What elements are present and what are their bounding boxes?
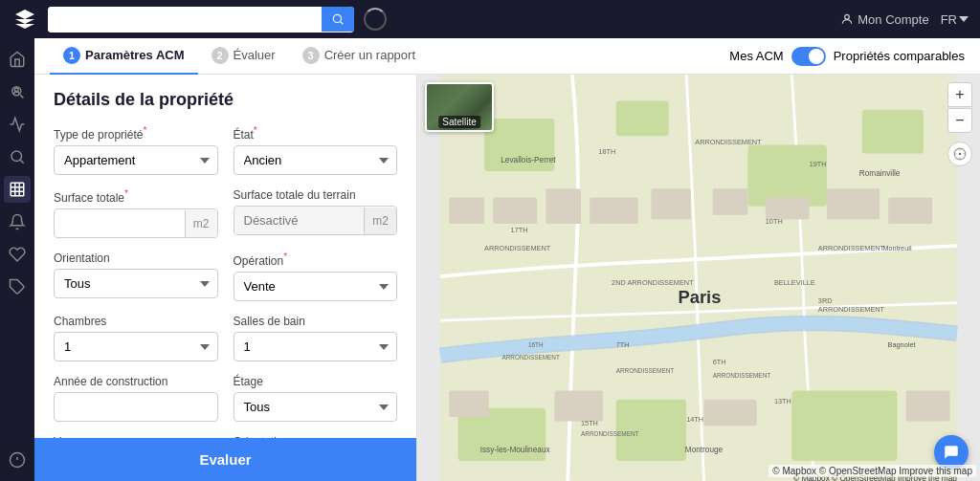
- content-area: Détails de la propriété Type de propriét…: [34, 75, 980, 481]
- surface-unit: m2: [185, 210, 217, 237]
- account-link[interactable]: Mon Compte: [840, 12, 928, 27]
- salles-bain-select[interactable]: 1: [234, 332, 398, 361]
- svg-line-1: [341, 22, 344, 25]
- surface-terrain-input-group: m2: [234, 206, 398, 235]
- loading-spinner: [364, 8, 387, 31]
- tabs-bar: 1 Paramètres ACM 2 Évaluer 3 Créer un ra…: [34, 38, 980, 75]
- svg-rect-26: [546, 188, 581, 224]
- sidebar-item-search-people[interactable]: [4, 78, 31, 105]
- form-group-annee-construction: Année de construction: [54, 375, 218, 422]
- satellite-label: Satellite: [438, 116, 480, 128]
- form-group-etage: Étage Tous: [234, 375, 398, 422]
- chambres-select[interactable]: 1: [54, 332, 218, 361]
- svg-text:2ND ARRONDISSEMENT: 2ND ARRONDISSEMENT: [612, 278, 694, 287]
- map-compass[interactable]: [947, 142, 972, 166]
- svg-text:ARRONDISSEMENT: ARRONDISSEMENT: [818, 244, 885, 252]
- left-sidebar: [0, 38, 34, 481]
- sidebar-item-bell[interactable]: [4, 208, 31, 235]
- chart-icon: [9, 116, 26, 133]
- etat-select[interactable]: Ancien: [234, 145, 398, 175]
- svg-text:Montreuil: Montreuil: [882, 244, 912, 252]
- logo-icon: [13, 8, 36, 31]
- form-row-type-etat: Type de propriété* Appartement État* Anc…: [54, 125, 397, 175]
- surface-terrain-label: Surface totale du terrain: [234, 188, 398, 202]
- satellite-thumbnail[interactable]: Satellite: [425, 82, 494, 132]
- svg-text:10TH: 10TH: [766, 217, 783, 226]
- sidebar-item-chart[interactable]: [4, 111, 31, 138]
- svg-text:17TH: 17TH: [511, 226, 528, 234]
- svg-line-6: [20, 160, 23, 163]
- form-group-type-propriete: Type de propriété* Appartement: [54, 125, 218, 175]
- building-icon: [9, 181, 26, 198]
- account-icon: [840, 12, 854, 26]
- sidebar-item-home[interactable]: [4, 46, 31, 73]
- svg-rect-7: [11, 183, 24, 196]
- svg-text:3RD: 3RD: [818, 296, 833, 305]
- svg-rect-28: [651, 188, 690, 219]
- form-row-chambres-bains: Chambres 1 Salles de bain 1: [54, 315, 397, 361]
- svg-rect-20: [862, 110, 924, 154]
- topbar: Frances Gardner Hous ... Mon Compte FR: [0, 0, 980, 38]
- tab-parametres-acm[interactable]: 1 Paramètres ACM: [50, 38, 198, 75]
- svg-text:Romainville: Romainville: [859, 169, 901, 178]
- proprietes-comparables-toggle[interactable]: [791, 47, 826, 66]
- svg-text:ARRONDISSEMENT: ARRONDISSEMENT: [581, 430, 639, 437]
- sidebar-item-heart[interactable]: [4, 241, 31, 268]
- type-propriete-label: Type de propriété*: [54, 125, 218, 142]
- svg-rect-32: [888, 198, 932, 225]
- bell-icon: [9, 213, 26, 230]
- sidebar-item-building[interactable]: [4, 176, 31, 203]
- app-logo[interactable]: [11, 6, 38, 33]
- svg-text:ARRONDISSEMENT: ARRONDISSEMENT: [713, 372, 771, 379]
- annee-construction-label: Année de construction: [54, 375, 218, 388]
- svg-point-0: [333, 14, 341, 22]
- form-title: Détails de la propriété: [54, 90, 397, 110]
- language-selector[interactable]: FR: [941, 12, 969, 27]
- zoom-out-button[interactable]: −: [947, 108, 972, 133]
- form-group-salles-bain: Salles de bain 1: [234, 315, 398, 361]
- tab-creer-rapport[interactable]: 3 Créer un rapport: [289, 38, 429, 75]
- svg-text:ARRONDISSEMENT: ARRONDISSEMENT: [616, 367, 675, 374]
- svg-text:Bagnolet: Bagnolet: [888, 340, 916, 349]
- annee-construction-input[interactable]: [54, 392, 218, 422]
- etage-select[interactable]: Tous: [234, 392, 398, 422]
- form-row-orientation-operation: Orientation Tous Opération* Vente: [54, 251, 397, 301]
- svg-rect-18: [616, 101, 669, 137]
- svg-text:ARRONDISSEMENT: ARRONDISSEMENT: [695, 138, 762, 146]
- tab-label-1: Paramètres ACM: [85, 48, 185, 62]
- svg-rect-31: [827, 188, 880, 219]
- zoom-in-button[interactable]: +: [947, 82, 972, 107]
- type-propriete-select[interactable]: Appartement: [54, 145, 218, 175]
- svg-rect-24: [449, 198, 484, 225]
- svg-text:Issy-les-Moulineaux: Issy-les-Moulineaux: [480, 446, 551, 454]
- search-input[interactable]: Frances Gardner Hous ...: [48, 7, 322, 33]
- search-icon: [331, 12, 345, 26]
- svg-text:14TH: 14TH: [686, 415, 703, 424]
- surface-terrain-unit: m2: [364, 208, 396, 234]
- sidebar-item-info[interactable]: [4, 447, 31, 473]
- operation-select[interactable]: Vente: [234, 272, 398, 301]
- eval-button[interactable]: Evaluer: [34, 438, 416, 481]
- home-icon: [9, 51, 26, 68]
- svg-point-5: [11, 151, 22, 162]
- etage-label: Étage: [234, 375, 398, 388]
- surface-totale-input[interactable]: 60: [55, 209, 185, 237]
- tab-label-2: Évaluer: [234, 48, 276, 62]
- svg-rect-36: [906, 390, 950, 421]
- form-group-surface-terrain: Surface totale du terrain m2: [234, 188, 398, 238]
- salles-bain-label: Salles de bain: [234, 315, 398, 328]
- svg-point-2: [845, 14, 850, 19]
- account-label: Mon Compte: [858, 12, 928, 27]
- sidebar-item-tag[interactable]: [4, 273, 31, 300]
- orientation-select[interactable]: Tous: [54, 269, 218, 298]
- form-group-operation: Opération* Vente: [234, 251, 398, 301]
- tab-evaluer[interactable]: 2 Évaluer: [198, 38, 289, 75]
- proprietes-comparables-label: Propriétés comparables: [834, 49, 965, 63]
- sidebar-item-search[interactable]: [4, 143, 31, 170]
- surface-terrain-input[interactable]: [234, 207, 365, 234]
- tab-label-3: Créer un rapport: [324, 48, 415, 62]
- svg-text:Levallois-Perret: Levallois-Perret: [501, 156, 556, 164]
- search-icon: [9, 148, 26, 165]
- svg-text:15TH: 15TH: [581, 419, 598, 427]
- search-button[interactable]: [322, 7, 354, 32]
